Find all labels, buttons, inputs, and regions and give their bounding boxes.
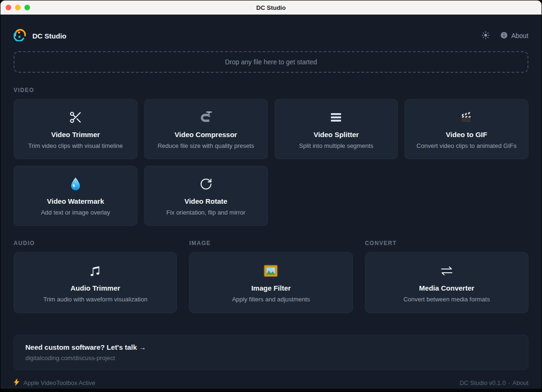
section-label-convert: CONVERT: [365, 240, 528, 246]
app-name: DC Studio: [32, 32, 67, 40]
app-window: DC Studio DC Studio: [0, 0, 542, 392]
app-version: DC Studio v0.1.0: [459, 379, 505, 386]
contact-callout[interactable]: Need custom software? Let's talk → digit…: [14, 335, 528, 370]
titlebar: DC Studio: [0, 0, 542, 15]
tool-desc: Add text or image overlay: [41, 209, 110, 216]
lightning-icon: [14, 378, 20, 387]
section-label-video: VIDEO: [14, 87, 528, 93]
swap-arrows-icon: [440, 262, 454, 279]
clamp-icon: [198, 109, 214, 126]
brand: DC Studio: [14, 28, 67, 43]
framed-picture-icon: [263, 262, 278, 279]
file-dropzone[interactable]: Drop any file here to get started: [14, 51, 528, 73]
rotate-cw-icon: [199, 176, 213, 192]
tool-desc: Split into multiple segments: [299, 142, 373, 149]
tool-title: Video Splitter: [313, 131, 359, 138]
video-tools-grid: Video Trimmer Trim video clips with visu…: [14, 99, 528, 226]
tool-card-audio-trimmer[interactable]: Audio Trimmer Trim audio with waveform v…: [14, 252, 177, 313]
tool-card-video-to-gif[interactable]: Video to GIF Convert video clips to anim…: [405, 99, 528, 159]
bottom-sections-grid: AUDIO Audio Trimmer Trim audio with wave…: [14, 240, 528, 313]
tool-card-video-trimmer[interactable]: Video Trimmer Trim video clips with visu…: [14, 99, 137, 159]
scissors-icon: [69, 109, 83, 126]
callout-title: Need custom software? Let's talk →: [25, 343, 517, 351]
window-bottom-edge: [0, 389, 542, 392]
dropzone-label: Drop any file here to get started: [225, 58, 317, 66]
tool-card-video-compressor[interactable]: Video Compressor Reduce file size with q…: [144, 99, 268, 159]
statusbar: Apple VideoToolbox Active DC Studio v0.1…: [14, 378, 528, 387]
theme-toggle-button[interactable]: [481, 31, 490, 41]
tool-title: Video Compressor: [175, 131, 237, 138]
tool-card-video-splitter[interactable]: Video Splitter Split into multiple segme…: [275, 99, 398, 159]
about-label: About: [511, 32, 528, 39]
section-convert: CONVERT Media Converter Convert between …: [365, 240, 528, 313]
tool-desc: Trim audio with waveform visualization: [43, 296, 147, 303]
info-icon: [500, 31, 508, 40]
about-button[interactable]: About: [500, 31, 528, 40]
sun-icon: [481, 31, 490, 41]
tool-desc: Convert between media formats: [404, 296, 490, 303]
tool-card-image-filter[interactable]: Image Filter Apply filters and adjustmen…: [189, 252, 352, 313]
tool-title: Media Converter: [419, 284, 474, 292]
section-label-image: IMAGE: [189, 240, 352, 246]
split-bars-icon: [329, 109, 343, 126]
tool-title: Video Trimmer: [51, 131, 100, 138]
tool-title: Image Filter: [251, 284, 290, 292]
footer-about-link[interactable]: About: [512, 379, 528, 386]
tool-title: Audio Trimmer: [70, 284, 120, 292]
tool-desc: Reduce file size with quality presets: [158, 142, 254, 149]
tool-title: Video Rotate: [184, 197, 227, 205]
tool-desc: Convert video clips to animated GIFs: [417, 142, 517, 149]
separator-dot: ·: [508, 379, 510, 386]
section-label-audio: AUDIO: [14, 240, 177, 246]
music-note-icon: [88, 262, 102, 279]
tool-card-video-rotate[interactable]: Video Rotate Fix orientation, flip and m…: [144, 166, 268, 226]
tool-card-video-watermark[interactable]: Video Watermark Add text or image overla…: [14, 166, 137, 226]
window-title: DC Studio: [0, 4, 542, 11]
water-drop-icon: [69, 176, 82, 192]
hw-accel-status: Apple VideoToolbox Active: [23, 379, 95, 386]
app-content: DC Studio: [0, 15, 542, 389]
callout-url: digitalcoding.com/discuss-project: [25, 354, 517, 361]
tool-title: Video to GIF: [446, 131, 487, 138]
app-header: DC Studio: [14, 15, 528, 46]
clapperboard-icon: [459, 109, 474, 126]
tool-title: Video Watermark: [47, 197, 104, 205]
tool-card-media-converter[interactable]: Media Converter Convert between media fo…: [365, 252, 528, 313]
tool-desc: Apply filters and adjustments: [232, 296, 310, 303]
app-logo-icon: [14, 28, 27, 43]
section-image: IMAGE Image Filter Apply filters and adj…: [189, 240, 352, 313]
tool-desc: Trim video clips with visual timeline: [28, 142, 123, 149]
section-audio: AUDIO Audio Trimmer Trim audio with wave…: [14, 240, 177, 313]
tool-desc: Fix orientation, flip and mirror: [166, 209, 245, 216]
